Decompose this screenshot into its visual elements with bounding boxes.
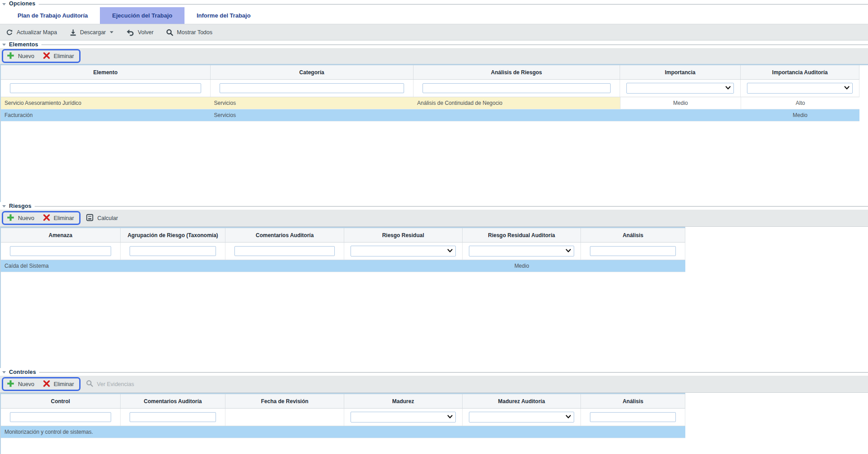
column-header: Riesgo Residual (344, 228, 463, 242)
cell: Facturación (1, 109, 211, 121)
x-icon (43, 52, 50, 60)
nuevo-label: Nuevo (18, 215, 34, 221)
column-header: Análisis (581, 228, 685, 242)
cell: Servicios (211, 109, 414, 121)
mostrar-todos-button[interactable]: Mostrar Todos (166, 29, 212, 36)
refresh-icon (6, 29, 13, 36)
elementos-title: Elementos (9, 41, 38, 48)
opciones-title: Opciones (9, 0, 36, 7)
calcular-button[interactable]: Calcular (86, 214, 118, 223)
tab-ejecucion-del-trabajo[interactable]: Ejecución del Trabajo (100, 7, 184, 24)
table-row[interactable]: Caída del Sistema Medio (1, 260, 685, 272)
cell (121, 260, 226, 272)
elementos-eliminar-button[interactable]: Eliminar (43, 52, 74, 60)
column-header: Riesgo Residual Auditoría (463, 228, 581, 242)
filter-comentarios-auditoria-input[interactable] (234, 246, 335, 256)
table-row[interactable]: Servicio Asesoramiento Jurídico Servicio… (1, 97, 859, 109)
filter-analisis-input[interactable] (590, 412, 676, 422)
divider (35, 206, 868, 207)
calcular-label: Calcular (97, 215, 118, 221)
cell: Medio (741, 109, 859, 121)
table-row[interactable]: Monitorización y control de sistemas. (1, 426, 685, 438)
mostrar-todos-label: Mostrar Todos (177, 29, 212, 36)
elementos-table: Elemento Categoría Análisis de Riesgos I… (0, 65, 859, 202)
undo-arrow-icon (126, 29, 134, 36)
column-header: Análisis de Riesgos (414, 65, 620, 79)
column-header: Madurez Auditoría (463, 394, 581, 408)
volver-button[interactable]: Volver (126, 29, 153, 36)
controles-nuevo-button[interactable]: Nuevo (7, 380, 34, 389)
x-icon (43, 214, 50, 222)
column-header: Amenaza (1, 228, 121, 242)
riesgos-table: Amenaza Agrupación de Riesgo (Taxonomía)… (0, 227, 685, 368)
divider (41, 45, 868, 45)
tab-bar: Plan de Trabajo Auditoría Ejecución del … (0, 7, 868, 24)
cell: Medio (463, 260, 581, 272)
filter-agrupacion-riesgo-input[interactable] (130, 246, 216, 256)
nuevo-label: Nuevo (18, 53, 34, 59)
riesgos-filter-row (1, 243, 685, 260)
download-icon (70, 29, 76, 36)
actualizar-mapa-button[interactable]: Actualizar Mapa (6, 29, 57, 36)
ver-evidencias-button[interactable]: Ver Evidencias (86, 380, 134, 388)
riesgos-section-header: Riesgos (0, 202, 868, 210)
elementos-toolbar: Nuevo Eliminar (0, 48, 868, 65)
filter-importancia-auditoria-select[interactable] (747, 83, 853, 94)
filter-importancia-select[interactable] (626, 83, 734, 94)
divider (39, 4, 868, 4)
controles-filter-row (1, 409, 685, 426)
cell: Medio (620, 97, 741, 109)
actualizar-mapa-label: Actualizar Mapa (17, 29, 57, 36)
collapse-triangle-icon[interactable] (2, 3, 6, 5)
filter-riesgo-residual-auditoria-select[interactable] (469, 246, 575, 256)
elementos-action-group: Nuevo Eliminar (2, 49, 81, 63)
elementos-nuevo-button[interactable]: Nuevo (7, 52, 34, 61)
cell (414, 109, 620, 121)
filter-amenaza-input[interactable] (10, 246, 111, 256)
riesgos-action-group: Nuevo Eliminar (2, 211, 81, 225)
riesgos-toolbar: Nuevo Eliminar Calcular (0, 210, 868, 227)
collapse-triangle-icon[interactable] (2, 371, 6, 373)
controles-toolbar: Nuevo Eliminar Ver Evidencias (0, 376, 868, 393)
riesgos-nuevo-button[interactable]: Nuevo (7, 214, 34, 223)
filter-categoria-input[interactable] (220, 83, 405, 93)
filter-comentarios-auditoria-input[interactable] (130, 412, 216, 422)
cell (344, 426, 463, 438)
column-header: Importancia Auditoría (741, 65, 859, 79)
eliminar-label: Eliminar (54, 53, 74, 59)
cell (344, 260, 463, 272)
column-header: Categoría (211, 65, 414, 79)
column-header: Comentarios Auditoría (121, 394, 226, 408)
controles-title: Controles (9, 369, 36, 375)
cell (225, 426, 344, 438)
filter-madurez-select[interactable] (351, 412, 456, 423)
collapse-triangle-icon[interactable] (2, 44, 6, 46)
controles-eliminar-button[interactable]: Eliminar (43, 380, 74, 388)
column-header: Elemento (1, 65, 211, 79)
cell (463, 426, 581, 438)
tab-informe-del-trabajo[interactable]: Informe del Trabajo (184, 7, 263, 24)
descargar-button[interactable]: Descargar (70, 29, 114, 36)
caret-down-icon (109, 31, 114, 34)
filter-riesgo-residual-select[interactable] (351, 246, 456, 256)
plus-icon (7, 380, 14, 389)
filter-madurez-auditoria-select[interactable] (469, 412, 575, 423)
collapse-triangle-icon[interactable] (2, 205, 6, 207)
nuevo-label: Nuevo (18, 381, 34, 387)
filter-analisis-riesgos-input[interactable] (423, 83, 611, 93)
filter-control-input[interactable] (10, 412, 111, 422)
elementos-filter-row (1, 80, 859, 97)
eliminar-label: Eliminar (54, 381, 74, 387)
cell (121, 426, 226, 438)
controles-section-header: Controles (0, 368, 868, 376)
riesgos-eliminar-button[interactable]: Eliminar (43, 214, 74, 222)
filter-elemento-input[interactable] (10, 83, 201, 93)
filter-analisis-input[interactable] (590, 246, 676, 256)
cell: Monitorización y control de sistemas. (1, 426, 121, 438)
table-row[interactable]: Facturación Servicios Medio (1, 109, 859, 121)
divider (39, 372, 868, 373)
descargar-label: Descargar (80, 29, 106, 36)
calculate-icon (86, 214, 94, 223)
controles-table: Control Comentarios Auditoría Fecha de R… (0, 393, 685, 454)
tab-plan-de-trabajo-auditoria[interactable]: Plan de Trabajo Auditoría (5, 7, 100, 24)
